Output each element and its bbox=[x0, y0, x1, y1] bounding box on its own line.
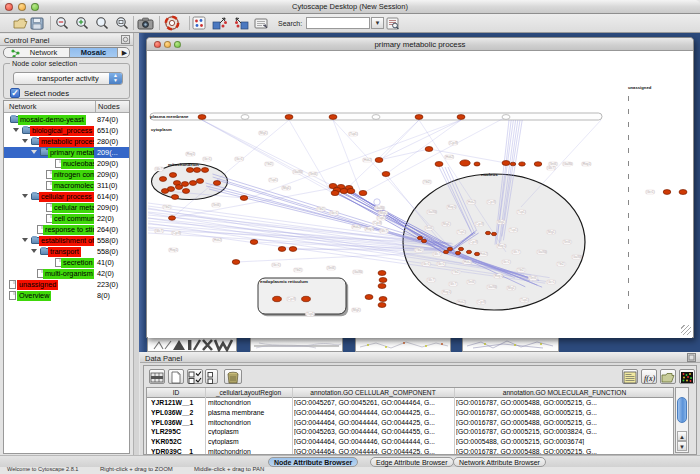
svg-text:(Cyc8): (Cyc8) bbox=[477, 300, 486, 304]
svg-text:(Cyc8): (Cyc8) bbox=[475, 222, 484, 226]
svg-text:(Snf4): (Snf4) bbox=[212, 203, 220, 207]
svg-text:(Snf4): (Snf4) bbox=[563, 240, 571, 244]
svg-text:(Glc7): (Glc7) bbox=[155, 229, 163, 233]
svg-text:(Snf4): (Snf4) bbox=[467, 280, 475, 284]
svg-text:(Cyc8): (Cyc8) bbox=[287, 297, 296, 301]
svg-text:(Glc7): (Glc7) bbox=[155, 167, 163, 171]
svg-text:(Snf4): (Snf4) bbox=[549, 162, 557, 166]
svg-text:(Gcr1): (Gcr1) bbox=[203, 157, 212, 161]
svg-text:(Ybl2): (Ybl2) bbox=[452, 270, 460, 274]
svg-text:(Reg1): (Reg1) bbox=[442, 290, 451, 294]
svg-text:(Mig1): (Mig1) bbox=[282, 186, 291, 190]
svg-text:(Gal80): (Gal80) bbox=[487, 285, 497, 289]
svg-text:(Hxk2): (Hxk2) bbox=[467, 200, 476, 204]
svg-text:(Ybl2): (Ybl2) bbox=[557, 262, 565, 266]
svg-text:(Reg1): (Reg1) bbox=[365, 227, 374, 231]
svg-text:(Cyc8): (Cyc8) bbox=[373, 221, 382, 225]
svg-text:(Ybl2): (Ybl2) bbox=[265, 162, 273, 166]
svg-text:(Cyc8): (Cyc8) bbox=[172, 231, 181, 235]
svg-text:(Gcr1): (Gcr1) bbox=[646, 190, 655, 194]
svg-text:(Mig1): (Mig1) bbox=[259, 131, 268, 135]
svg-text:(Gal80): (Gal80) bbox=[563, 162, 573, 166]
svg-text:plasma membrane: plasma membrane bbox=[150, 114, 189, 119]
svg-text:(Ybl2): (Ybl2) bbox=[415, 248, 423, 252]
svg-text:(Mig1): (Mig1) bbox=[507, 286, 516, 290]
svg-text:(Tup1): (Tup1) bbox=[377, 216, 386, 220]
svg-text:(Ybl2): (Ybl2) bbox=[317, 207, 325, 211]
svg-text:(Glc7): (Glc7) bbox=[512, 250, 520, 254]
svg-text:mitochondrion: mitochondrion bbox=[168, 162, 199, 167]
svg-text:(Mig1): (Mig1) bbox=[442, 222, 451, 226]
svg-text:(Tup1): (Tup1) bbox=[520, 298, 529, 302]
svg-text:(Gal80): (Gal80) bbox=[353, 270, 363, 274]
svg-text:(Reg1): (Reg1) bbox=[582, 162, 591, 166]
svg-text:(Hxk2): (Hxk2) bbox=[363, 158, 372, 162]
svg-text:(Hxk2): (Hxk2) bbox=[213, 238, 222, 242]
svg-text:(Glc7): (Glc7) bbox=[449, 282, 457, 286]
svg-text:(Hxk2): (Hxk2) bbox=[463, 260, 472, 264]
svg-text:(Reg1): (Reg1) bbox=[447, 205, 456, 209]
svg-text:unassigned: unassigned bbox=[628, 85, 652, 90]
svg-text:cytoplasm: cytoplasm bbox=[151, 127, 172, 132]
svg-text:(Gcr1): (Gcr1) bbox=[502, 260, 511, 264]
svg-text:(Tup1): (Tup1) bbox=[457, 230, 466, 234]
svg-text:(Tup1): (Tup1) bbox=[509, 228, 518, 232]
svg-text:(Mig1): (Mig1) bbox=[379, 211, 388, 215]
svg-text:(Glc7): (Glc7) bbox=[427, 278, 435, 282]
svg-text:(Gal80): (Gal80) bbox=[427, 210, 437, 214]
svg-text:(Tup1): (Tup1) bbox=[269, 178, 278, 182]
svg-text:(Ybl2): (Ybl2) bbox=[517, 268, 525, 272]
svg-text:(Mig1): (Mig1) bbox=[352, 308, 361, 312]
svg-text:(Reg1): (Reg1) bbox=[497, 244, 506, 248]
svg-text:(Cyc8): (Cyc8) bbox=[487, 200, 496, 204]
svg-text:(Reg1): (Reg1) bbox=[494, 274, 503, 278]
svg-text:(Ybl2): (Ybl2) bbox=[423, 180, 431, 184]
svg-text:(Gcr1): (Gcr1) bbox=[547, 280, 556, 284]
svg-text:(Ybl2): (Ybl2) bbox=[163, 205, 171, 209]
svg-text:(Gal80): (Gal80) bbox=[375, 206, 385, 210]
svg-text:(Mig1): (Mig1) bbox=[547, 230, 556, 234]
svg-text:(Mig1): (Mig1) bbox=[497, 220, 506, 224]
svg-text:(Gal80): (Gal80) bbox=[537, 250, 547, 254]
svg-text:(Reg1): (Reg1) bbox=[186, 152, 195, 156]
svg-text:(Hxk2): (Hxk2) bbox=[479, 252, 488, 256]
svg-text:(Gcr1): (Gcr1) bbox=[272, 263, 281, 267]
svg-text:(Ybl2): (Ybl2) bbox=[294, 268, 302, 272]
svg-text:(Cyc8): (Cyc8) bbox=[449, 141, 458, 145]
svg-text:(Snf4): (Snf4) bbox=[309, 172, 317, 176]
svg-text:(Snf4): (Snf4) bbox=[425, 226, 433, 230]
svg-text:(Gcr1): (Gcr1) bbox=[422, 262, 431, 266]
svg-text:(Gcr1): (Gcr1) bbox=[437, 262, 446, 266]
svg-text:nucleus: nucleus bbox=[481, 172, 498, 177]
svg-text:(Cyc8): (Cyc8) bbox=[469, 240, 478, 244]
svg-text:(Gal80): (Gal80) bbox=[293, 170, 303, 174]
svg-text:(Snf4): (Snf4) bbox=[327, 266, 335, 270]
svg-text:(Tup1): (Tup1) bbox=[517, 210, 526, 214]
svg-text:(Tup1): (Tup1) bbox=[349, 132, 358, 136]
svg-text:(Glc7): (Glc7) bbox=[380, 229, 388, 233]
svg-text:(Gal80): (Gal80) bbox=[572, 255, 582, 259]
svg-text:(Glc7): (Glc7) bbox=[547, 166, 555, 170]
svg-text:(Gcr1): (Gcr1) bbox=[235, 157, 244, 161]
svg-text:(Hxk2): (Hxk2) bbox=[352, 225, 361, 229]
svg-text:endoplasmic reticulum: endoplasmic reticulum bbox=[260, 279, 308, 284]
svg-text:(Gcr1): (Gcr1) bbox=[330, 211, 339, 215]
svg-text:(Reg1): (Reg1) bbox=[169, 248, 178, 252]
svg-text:(Snf4): (Snf4) bbox=[529, 276, 537, 280]
svg-text:(Tup1): (Tup1) bbox=[306, 312, 315, 316]
svg-text:(Hxk2): (Hxk2) bbox=[445, 155, 454, 159]
svg-text:(Hxk2): (Hxk2) bbox=[457, 300, 466, 304]
svg-text:(Glc7): (Glc7) bbox=[433, 252, 441, 256]
svg-text:f(x): f(x) bbox=[644, 374, 655, 383]
